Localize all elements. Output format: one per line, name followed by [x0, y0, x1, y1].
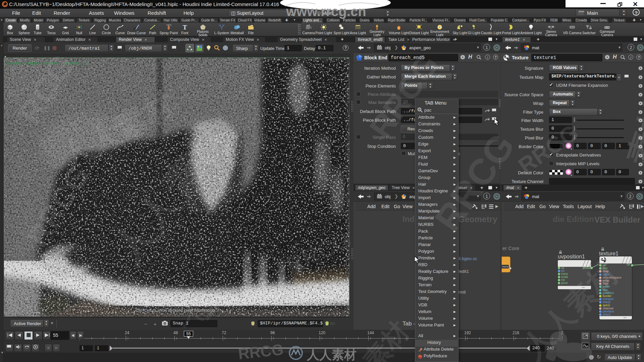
svg-text:T: T — [183, 24, 187, 31]
